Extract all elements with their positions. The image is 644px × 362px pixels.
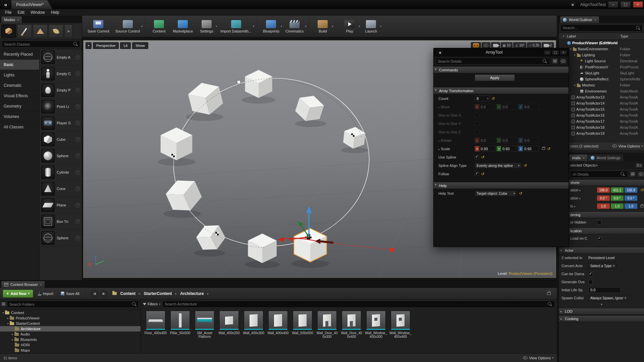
- list-item[interactable]: Empty P: [40, 82, 82, 99]
- landscape-mode-button[interactable]: [33, 24, 48, 38]
- expand-arrow-icon[interactable]: [6, 317, 10, 320]
- content-button[interactable]: Content: [149, 17, 169, 36]
- list-item[interactable]: Wall_Door_400x400: [340, 311, 363, 339]
- tangent-handle[interactable]: [390, 248, 394, 252]
- menu-file[interactable]: File: [2, 9, 14, 16]
- list-item[interactable]: Point Li: [40, 99, 82, 115]
- table-row[interactable]: SphereReflectSphereRefle: [559, 76, 644, 82]
- breadcrumb-content[interactable]: Content: [120, 291, 136, 296]
- expand-arrow-icon[interactable]: [1, 311, 5, 314]
- list-item[interactable]: Sphere: [40, 230, 82, 246]
- reset-icon[interactable]: [481, 155, 484, 159]
- visibility-filter-button[interactable]: [559, 58, 567, 65]
- persistent-level-link[interactable]: Persistent Level: [588, 256, 614, 260]
- build-button[interactable]: Build: [312, 17, 333, 36]
- list-item[interactable]: Wall_500x500: [291, 311, 314, 339]
- scale-y-input[interactable]: Y0.93: [496, 146, 517, 152]
- one-to-one-z-checkbox[interactable]: [475, 130, 479, 134]
- modes-tab[interactable]: Modes: [1, 16, 22, 23]
- close-icon[interactable]: [40, 283, 42, 287]
- expand-arrow-icon[interactable]: [573, 84, 577, 87]
- close-icon[interactable]: [583, 156, 585, 160]
- selected-objects-row[interactable]: elected Objects> 2 c: [559, 161, 644, 169]
- help-text-dropdown[interactable]: Target object: Cube: [475, 190, 517, 196]
- lock-icon[interactable]: [542, 147, 545, 150]
- world-outliner-tab[interactable]: World Outliner: [560, 16, 599, 23]
- scale-z-input[interactable]: 1.0: [625, 203, 637, 209]
- close-icon[interactable]: [594, 18, 596, 22]
- outliner-search-input[interactable]: [560, 24, 643, 32]
- category-geometry[interactable]: Geometry: [0, 101, 39, 112]
- dropdown-arrow-icon[interactable]: [281, 25, 282, 28]
- generate-overlap-checkbox[interactable]: [588, 280, 593, 284]
- label-column-header[interactable]: Label: [559, 34, 620, 38]
- list-item[interactable]: Box Tri: [40, 214, 82, 230]
- details-tab[interactable]: etails: [569, 154, 588, 161]
- rotation-x-input[interactable]: 0.0 °: [597, 195, 610, 201]
- cooking-section-header[interactable]: Cooking: [559, 315, 644, 322]
- maximize-button[interactable]: [621, 1, 631, 8]
- settings-button[interactable]: Settings: [196, 17, 217, 36]
- count-input[interactable]: 8: [475, 96, 489, 101]
- save-all-button[interactable]: Save All: [58, 290, 82, 298]
- close-button[interactable]: [560, 50, 567, 55]
- load-on-client-checkbox[interactable]: [597, 236, 601, 241]
- list-item[interactable]: Wall_Window_400x400: [389, 311, 412, 339]
- add-new-button[interactable]: Add New: [3, 290, 33, 298]
- reset-icon[interactable]: [519, 191, 522, 195]
- rotate-z-input[interactable]: Z0.0: [518, 137, 539, 143]
- menu-edit[interactable]: Edit: [14, 9, 28, 16]
- show-button[interactable]: Show: [132, 42, 148, 49]
- spline-point-handle[interactable]: [237, 80, 240, 84]
- location-x-input[interactable]: 196.0: [597, 187, 610, 193]
- project-tab[interactable]: ProductViewer*: [11, 0, 53, 9]
- reset-icon[interactable]: [640, 188, 644, 192]
- table-row[interactable]: LightingFolder: [559, 52, 644, 58]
- list-item[interactable]: HDRI: [0, 342, 141, 348]
- spline-point-checker[interactable]: [351, 133, 355, 137]
- category-visual-effects[interactable]: Visual Effects: [0, 91, 39, 101]
- scale-x-input[interactable]: X0.93: [475, 146, 495, 152]
- list-item[interactable]: SM_Asset Platform: [193, 311, 216, 339]
- list-item[interactable]: Audio: [0, 331, 141, 337]
- menu-window[interactable]: Window: [28, 9, 48, 16]
- list-item[interactable]: Floor_400x400: [144, 311, 167, 339]
- category-volumes[interactable]: Volumes: [0, 112, 39, 122]
- table-row[interactable]: EnvironemenStaticMesh: [559, 88, 644, 94]
- view-options-button[interactable]: View Options: [612, 144, 644, 148]
- sources-toggle-icon[interactable]: [2, 303, 5, 306]
- spline-point-checker[interactable]: [171, 154, 175, 157]
- move-x-input[interactable]: X0.0: [475, 104, 495, 110]
- lod-section-header[interactable]: LOD: [559, 308, 644, 315]
- table-row[interactable]: ArrayToolActor19ArrayToolA: [559, 130, 644, 136]
- close-button[interactable]: [633, 1, 643, 8]
- list-item[interactable]: Wall_400x200: [218, 311, 240, 339]
- cinematics-button[interactable]: Cinematics: [283, 17, 306, 36]
- minimize-button[interactable]: [608, 1, 618, 8]
- array-transformation-section-header[interactable]: Array Transformation: [434, 87, 569, 94]
- scale-y-input[interactable]: 1.0: [611, 203, 624, 209]
- move-z-input[interactable]: Z0.0: [518, 104, 539, 110]
- list-item[interactable]: Content: [0, 310, 141, 315]
- list-item[interactable]: Empty A: [40, 49, 82, 66]
- list-item[interactable]: Wall_400x400: [267, 311, 289, 339]
- perspective-button[interactable]: Perspective: [93, 42, 119, 49]
- dropdown-arrow-icon[interactable]: [332, 25, 333, 28]
- back-button[interactable]: [91, 290, 98, 297]
- one-to-one-x-checkbox[interactable]: [475, 113, 479, 117]
- visibility-filter-button[interactable]: [637, 171, 644, 178]
- marketplace-button[interactable]: Marketplace: [170, 17, 196, 36]
- commands-section-header[interactable]: Commands: [434, 66, 569, 73]
- world-settings-tab[interactable]: World Settings: [588, 154, 624, 161]
- category-lights[interactable]: Lights: [0, 70, 39, 80]
- move-y-input[interactable]: Y0.0: [496, 104, 517, 110]
- table-row[interactable]: ArrayToolActor18ArrayToolA: [559, 124, 644, 130]
- import-button[interactable]: Import: [35, 290, 56, 298]
- scale-z-input[interactable]: Z0.93: [518, 146, 539, 152]
- arraytool-window[interactable]: ArrayTool Commands Apply Array Transform…: [433, 48, 569, 247]
- spline-point-checker[interactable]: [215, 232, 219, 235]
- list-view-button[interactable]: [629, 171, 636, 178]
- list-item[interactable]: Architecture: [0, 326, 141, 331]
- view-options-button[interactable]: View Options: [523, 356, 553, 360]
- actor-section-header[interactable]: Actor: [559, 247, 644, 254]
